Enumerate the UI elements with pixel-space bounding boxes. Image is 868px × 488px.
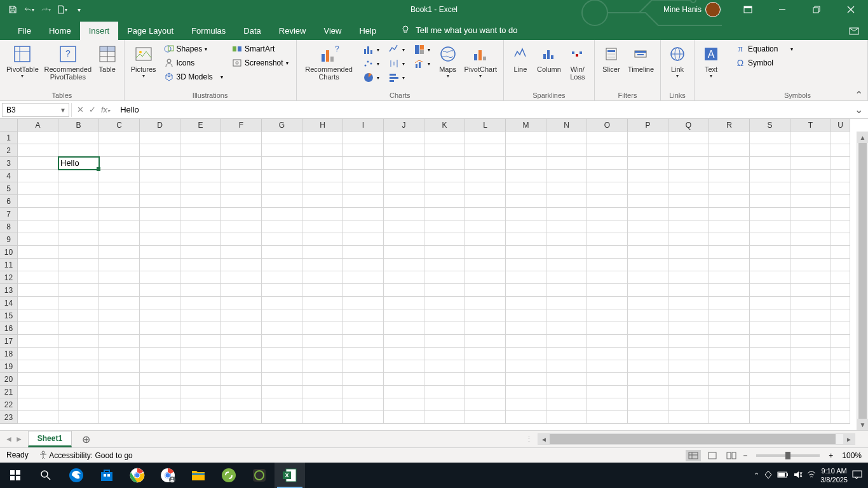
cell-I5[interactable]	[343, 182, 384, 195]
cell-G10[interactable]	[262, 246, 302, 259]
cell-E16[interactable]	[180, 322, 221, 335]
cell-R20[interactable]	[709, 373, 750, 386]
cell-Q12[interactable]	[668, 271, 709, 284]
cell-P9[interactable]	[628, 233, 668, 246]
cell-A8[interactable]	[18, 220, 58, 233]
save-icon[interactable]	[8, 4, 18, 15]
cell-S6[interactable]	[750, 195, 790, 208]
cell-P4[interactable]	[628, 170, 668, 182]
cell-T20[interactable]	[790, 373, 831, 386]
sparkline-line-button[interactable]: Line	[508, 43, 533, 74]
column-header-T[interactable]: T	[790, 119, 831, 132]
link-button[interactable]: Link▾	[665, 43, 690, 80]
cell-U1[interactable]	[831, 132, 850, 144]
cell-H12[interactable]	[302, 271, 343, 284]
cell-Q4[interactable]	[668, 170, 709, 182]
cell-G7[interactable]	[262, 208, 302, 220]
cell-G21[interactable]	[262, 386, 302, 398]
row-header-18[interactable]: 18	[0, 348, 18, 360]
cell-R23[interactable]	[709, 411, 750, 424]
cell-T8[interactable]	[790, 220, 831, 233]
cell-F5[interactable]	[221, 182, 262, 195]
cell-P7[interactable]	[628, 208, 668, 220]
column-header-A[interactable]: A	[18, 119, 58, 132]
cell-U2[interactable]	[831, 144, 850, 157]
cell-G22[interactable]	[262, 398, 302, 411]
cell-S3[interactable]	[750, 157, 790, 170]
cell-K14[interactable]	[424, 297, 465, 309]
cell-N1[interactable]	[546, 132, 587, 144]
minimize-button[interactable]	[768, 0, 797, 19]
cell-M14[interactable]	[506, 297, 546, 309]
tray-battery-icon[interactable]	[777, 471, 789, 480]
cell-A5[interactable]	[18, 182, 58, 195]
cell-K16[interactable]	[424, 322, 465, 335]
cell-D19[interactable]	[140, 360, 180, 373]
scroll-split-icon[interactable]: ⋮	[526, 435, 532, 444]
cell-R11[interactable]	[709, 259, 750, 271]
search-button[interactable]	[31, 463, 61, 488]
row-header-15[interactable]: 15	[0, 309, 18, 322]
cell-M8[interactable]	[506, 220, 546, 233]
scroll-right-icon[interactable]: ►	[843, 434, 855, 444]
taskbar-excel[interactable]: X	[275, 463, 305, 488]
page-layout-view-button[interactable]	[705, 450, 720, 461]
column-header-L[interactable]: L	[465, 119, 506, 132]
cell-T1[interactable]	[790, 132, 831, 144]
cell-G17[interactable]	[262, 335, 302, 348]
cell-B7[interactable]	[58, 208, 99, 220]
cell-F7[interactable]	[221, 208, 262, 220]
qat-customize-icon[interactable]: ▾	[74, 4, 84, 15]
cell-D3[interactable]	[140, 157, 180, 170]
cell-M11[interactable]	[506, 259, 546, 271]
insert-function-icon[interactable]: fx▾	[101, 105, 110, 114]
cell-H1[interactable]	[302, 132, 343, 144]
cell-N18[interactable]	[546, 348, 587, 360]
cell-J10[interactable]	[384, 246, 424, 259]
cell-H23[interactable]	[302, 411, 343, 424]
share-button[interactable]	[840, 21, 868, 40]
cell-L14[interactable]	[465, 297, 506, 309]
cell-C22[interactable]	[99, 398, 140, 411]
cell-F12[interactable]	[221, 271, 262, 284]
cell-L5[interactable]	[465, 182, 506, 195]
cell-L21[interactable]	[465, 386, 506, 398]
cell-L4[interactable]	[465, 170, 506, 182]
cell-S18[interactable]	[750, 348, 790, 360]
cell-J6[interactable]	[384, 195, 424, 208]
cell-M5[interactable]	[506, 182, 546, 195]
cell-H2[interactable]	[302, 144, 343, 157]
sheet-tab-sheet1[interactable]: Sheet1	[28, 431, 72, 447]
cell-C18[interactable]	[99, 348, 140, 360]
cell-B8[interactable]	[58, 220, 99, 233]
cell-G5[interactable]	[262, 182, 302, 195]
column-header-O[interactable]: O	[587, 119, 628, 132]
cell-P23[interactable]	[628, 411, 668, 424]
cell-I18[interactable]	[343, 348, 384, 360]
cell-T11[interactable]	[790, 259, 831, 271]
cell-O7[interactable]	[587, 208, 628, 220]
cell-A6[interactable]	[18, 195, 58, 208]
sparkline-column-button[interactable]: Column	[534, 43, 564, 74]
cell-F4[interactable]	[221, 170, 262, 182]
cell-J15[interactable]	[384, 309, 424, 322]
cell-U19[interactable]	[831, 360, 850, 373]
cell-G15[interactable]	[262, 309, 302, 322]
cell-O11[interactable]	[587, 259, 628, 271]
zoom-level[interactable]: 100%	[842, 451, 862, 460]
cell-C6[interactable]	[99, 195, 140, 208]
cell-K4[interactable]	[424, 170, 465, 182]
cell-B14[interactable]	[58, 297, 99, 309]
cell-A23[interactable]	[18, 411, 58, 424]
cell-J5[interactable]	[384, 182, 424, 195]
taskbar-chrome-2[interactable]	[153, 463, 183, 488]
cell-H11[interactable]	[302, 259, 343, 271]
cell-D12[interactable]	[140, 271, 180, 284]
cell-I10[interactable]	[343, 246, 384, 259]
cell-J20[interactable]	[384, 373, 424, 386]
cell-N5[interactable]	[546, 182, 587, 195]
cell-G13[interactable]	[262, 284, 302, 297]
cell-G18[interactable]	[262, 348, 302, 360]
cell-H5[interactable]	[302, 182, 343, 195]
add-sheet-button[interactable]: ⊕	[78, 431, 93, 447]
